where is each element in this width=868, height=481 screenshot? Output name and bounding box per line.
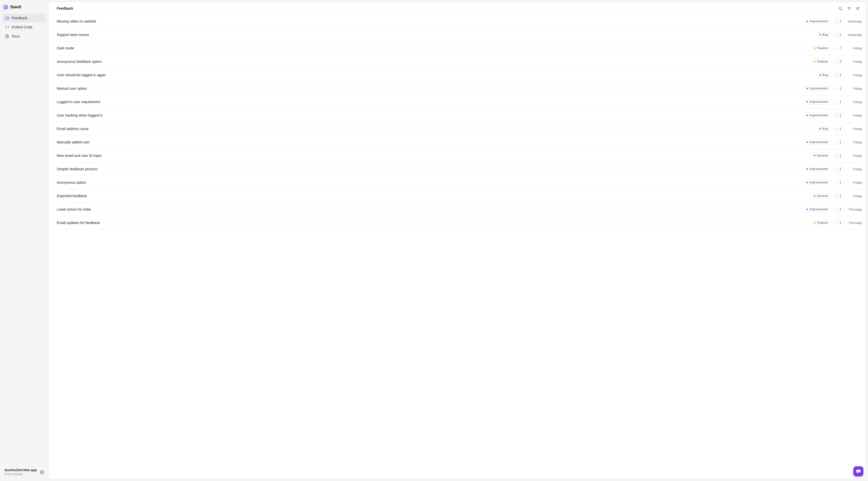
upvote-count: 1 <box>840 100 841 104</box>
upvote-count: 1 <box>840 73 841 77</box>
category-dot <box>814 155 815 156</box>
feedback-row[interactable]: Expected feedbackGeneral1Friday <box>49 189 866 203</box>
upvote-pill[interactable]: 1 <box>833 86 844 91</box>
category-pill[interactable]: Feature <box>812 45 831 51</box>
feedback-date: Yesterday <box>846 33 862 37</box>
feedback-row[interactable]: User tracking when logged inImprovement1… <box>49 109 866 122</box>
feedback-date: Yesterday <box>846 20 862 23</box>
sidebar-item-embed-code[interactable]: Embed Code <box>3 23 46 31</box>
feedback-row[interactable]: Anonymous optionImprovement1Friday <box>49 176 866 189</box>
category-pill[interactable]: Feature <box>812 59 831 64</box>
feedback-date: Friday <box>846 154 862 158</box>
feedback-row[interactable]: Dark modeFeature7Friday <box>49 41 866 55</box>
settings-button[interactable] <box>39 469 45 475</box>
category-pill[interactable]: Improvement <box>804 19 831 24</box>
feedback-title: Missing video on website <box>57 19 96 23</box>
category-pill[interactable]: Bug <box>817 72 831 78</box>
category-pill[interactable]: General <box>811 193 831 199</box>
sidebar-item-label: Feedback <box>12 16 27 20</box>
upvote-pill[interactable]: 1 <box>833 166 844 172</box>
upvote-pill[interactable]: 1 <box>833 180 844 185</box>
upvote-pill[interactable]: 1 <box>833 220 844 226</box>
upvote-count: 1 <box>840 207 841 211</box>
feedback-date: Thursday <box>846 207 862 211</box>
upvote-count: 2 <box>840 60 841 63</box>
category-label: Bug <box>823 73 828 77</box>
feedback-title: New email and user ID input <box>57 154 101 158</box>
feedback-row[interactable]: New email and user ID inputGeneral1Frida… <box>49 149 866 162</box>
upvote-pill[interactable]: 1 <box>833 99 844 105</box>
gear-icon <box>40 470 44 474</box>
feedback-date: Friday <box>846 140 862 144</box>
category-pill[interactable]: Bug <box>817 32 831 37</box>
upvote-pill[interactable]: 2 <box>833 59 844 64</box>
category-label: Improvement <box>809 140 828 144</box>
svg-point-14 <box>859 471 859 471</box>
upvote-pill[interactable]: 1 <box>833 19 844 24</box>
account-plan: Free Account <box>5 472 37 476</box>
inbox-icon <box>5 16 9 20</box>
feedback-title: User should be logged in again <box>57 73 106 77</box>
category-pill[interactable]: Improvement <box>804 99 831 105</box>
feedback-list: Missing video on websiteImprovement1Yest… <box>49 15 866 479</box>
feedback-row[interactable]: Missing video on websiteImprovement1Yest… <box>49 15 866 28</box>
category-pill[interactable]: Bug <box>817 126 831 131</box>
feedback-meta: Bug1Friday <box>817 72 862 78</box>
filter-button[interactable] <box>846 6 851 11</box>
feedback-row[interactable]: Support team issuesBug1Yesterday <box>49 28 866 41</box>
upvote-pill[interactable]: 1 <box>833 193 844 199</box>
category-dot <box>806 88 808 89</box>
upvote-pill[interactable]: 1 <box>833 139 844 145</box>
chevron-up-icon <box>836 168 838 170</box>
chat-icon <box>856 469 861 474</box>
feedback-meta: Improvement1Friday <box>804 86 862 91</box>
svg-line-4 <box>841 9 842 10</box>
category-pill[interactable]: Improvement <box>804 180 831 185</box>
category-pill[interactable]: Improvement <box>804 206 831 212</box>
settings-sliders-button[interactable] <box>855 6 860 11</box>
category-dot <box>819 128 821 129</box>
feedback-row[interactable]: Lower prices for IndiaImprovement1Thursd… <box>49 203 866 216</box>
upvote-pill[interactable]: 1 <box>833 72 844 78</box>
upvote-pill[interactable]: 1 <box>833 126 844 131</box>
feedback-row[interactable]: Simpler feedback processImprovement1Frid… <box>49 162 866 176</box>
sliders-icon <box>856 6 860 11</box>
feedback-date: Friday <box>846 181 862 185</box>
feedback-row[interactable]: Email address issueBug1Friday <box>49 122 866 136</box>
feedback-row[interactable]: User should be logged in againBug1Friday <box>49 68 866 82</box>
category-pill[interactable]: Improvement <box>804 139 831 145</box>
category-label: Improvement <box>809 167 828 171</box>
chevron-up-icon <box>836 114 838 117</box>
feedback-date: Friday <box>846 127 862 131</box>
upvote-pill[interactable]: 1 <box>833 206 844 212</box>
upvote-pill[interactable]: 1 <box>833 153 844 158</box>
category-label: Improvement <box>809 87 828 90</box>
upvote-pill[interactable]: 1 <box>833 32 844 37</box>
feedback-row[interactable]: Email updates for feedbackFeature1Thursd… <box>49 216 866 230</box>
feedback-row[interactable]: Logged in user requirementImprovement1Fr… <box>49 95 866 109</box>
sidebar-item-docs[interactable]: Docs <box>3 32 46 40</box>
chat-widget-button[interactable] <box>853 466 863 476</box>
feedback-row[interactable]: Anonymous feedback optionFeature2Friday <box>49 55 866 68</box>
feedback-title: Simpler feedback process <box>57 167 98 171</box>
search-button[interactable] <box>838 6 843 11</box>
upvote-pill[interactable]: 1 <box>833 113 844 118</box>
chevron-up-icon <box>836 60 838 63</box>
category-dot <box>814 47 815 49</box>
category-pill[interactable]: Improvement <box>804 86 831 91</box>
category-label: General <box>817 194 828 198</box>
category-pill[interactable]: General <box>811 153 831 158</box>
category-pill[interactable]: Improvement <box>804 113 831 118</box>
feedback-date: Friday <box>846 114 862 117</box>
feedback-title: Logged in user requirement <box>57 100 100 104</box>
feedback-row[interactable]: Manually added userImprovement1Friday <box>49 136 866 149</box>
chevron-up-icon <box>836 87 838 90</box>
category-pill[interactable]: Feature <box>812 220 831 226</box>
category-label: Feature <box>817 60 828 63</box>
category-pill[interactable]: Improvement <box>804 166 831 172</box>
feedback-title: Support team issues <box>57 33 89 37</box>
upvote-pill[interactable]: 7 <box>833 45 844 51</box>
upvote-count: 7 <box>840 46 841 50</box>
feedback-row[interactable]: Manual user optionImprovement1Friday <box>49 82 866 95</box>
sidebar-item-feedback[interactable]: Feedback <box>3 14 46 22</box>
